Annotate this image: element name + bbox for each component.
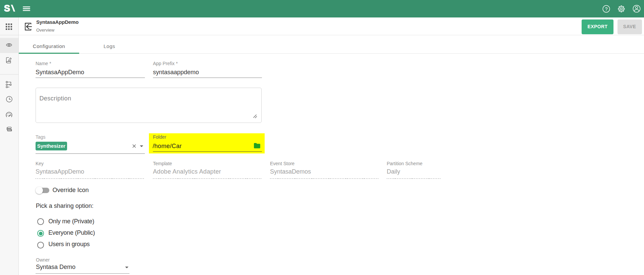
svg-text:S: S bbox=[4, 4, 10, 13]
svg-text:?: ? bbox=[605, 6, 607, 12]
